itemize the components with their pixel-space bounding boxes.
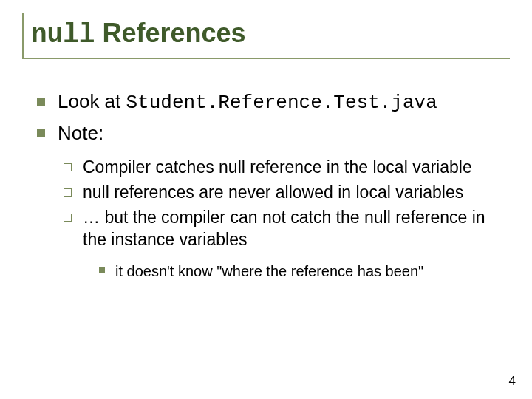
bullet-list-level2: Compiler catches null reference in the l… [61, 157, 510, 282]
bullet-list-level1: Look at Student.Reference.Test.java Note… [33, 89, 510, 282]
bullet-text: Note: [58, 122, 103, 144]
sub-sub-bullet-item: it doesn't know "where the reference has… [95, 262, 510, 282]
bullet-item: Look at Student.Reference.Test.java [33, 89, 510, 116]
sub-bullet-item: null references are never allowed in loc… [61, 182, 510, 204]
bullet-code: Student.Reference.Test.java [126, 92, 437, 114]
page-number: 4 [509, 374, 516, 389]
title-code: null [31, 20, 95, 50]
bullet-text: Look at [58, 90, 126, 112]
sub-bullet-item: … but the compiler can not catch the nul… [61, 207, 510, 282]
sub-bullet-text: … but the compiler can not catch the nul… [83, 208, 485, 249]
sub-bullet-item: Compiler catches null reference in the l… [61, 157, 510, 179]
sub-bullet-text: Compiler catches null reference in the l… [83, 157, 472, 177]
bullet-item: Note: Compiler catches null reference in… [33, 120, 510, 282]
title-text: References [95, 18, 245, 48]
sub-sub-bullet-text: it doesn't know "where the reference has… [115, 263, 423, 279]
title-container: null References [22, 13, 510, 59]
slide: null References Look at Student.Referenc… [0, 0, 532, 399]
content-area: Look at Student.Reference.Test.java Note… [22, 89, 510, 282]
bullet-list-level3: it doesn't know "where the reference has… [95, 262, 510, 282]
sub-bullet-text: null references are never allowed in loc… [83, 183, 463, 202]
slide-title: null References [31, 18, 510, 50]
